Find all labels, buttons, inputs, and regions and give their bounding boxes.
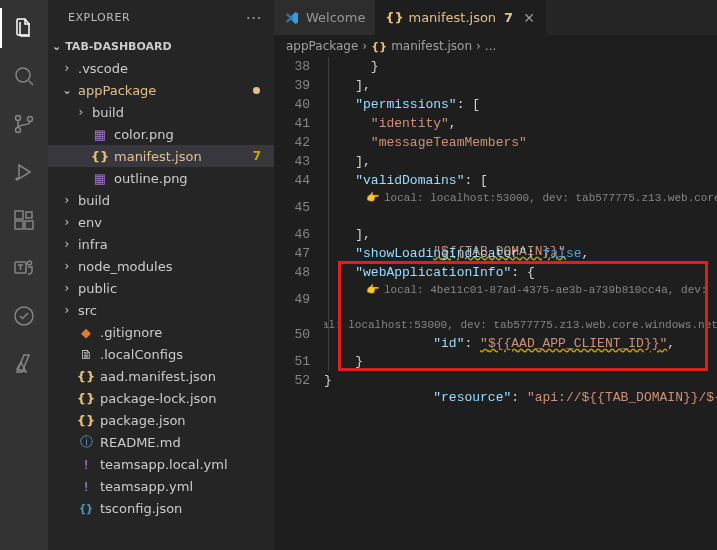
- chevron-right-icon: ›: [62, 259, 72, 273]
- svg-rect-5: [15, 211, 23, 219]
- testing-activity[interactable]: [0, 296, 48, 336]
- code-line: 👉 local: localhost:53000, dev: tab577775…: [324, 190, 717, 225]
- code-editor[interactable]: 38 39 40 41 42 43 44 45 46 47 48 49 50 5…: [274, 57, 717, 550]
- tree-file-outline-png[interactable]: ▦ outline.png: [48, 167, 274, 189]
- svg-rect-7: [25, 221, 33, 229]
- chevron-right-icon: ›: [62, 303, 72, 317]
- tree-file-gitignore[interactable]: ◆ .gitignore: [48, 321, 274, 343]
- svg-point-2: [16, 128, 21, 133]
- json-icon: {}: [92, 148, 108, 164]
- editor-tabs: Welcome {} manifest.json 7 ✕: [274, 0, 717, 35]
- yaml-icon: !: [78, 478, 94, 494]
- run-debug-activity[interactable]: [0, 152, 48, 192]
- source-control-activity[interactable]: [0, 104, 48, 144]
- azure-icon: [12, 352, 36, 376]
- breadcrumb[interactable]: appPackage › {} manifest.json › ...: [274, 35, 717, 57]
- inline-hint: local: localhost:53000, dev: tab577775.z…: [324, 317, 717, 333]
- pointer-icon: 👉: [366, 189, 380, 208]
- extensions-icon: [12, 208, 36, 232]
- problems-badge: 7: [248, 147, 266, 165]
- tree-folder-vscode[interactable]: › .vscode: [48, 57, 274, 79]
- code-line: 👉 local: localhost:53000, dev: tab577775…: [324, 317, 717, 352]
- code-line: 👉 local: 4be11c01-87ad-4375-ae3b-a739b81…: [324, 282, 717, 317]
- more-icon[interactable]: ⋯: [245, 8, 262, 27]
- activity-bar: [0, 0, 48, 550]
- teams-activity[interactable]: [0, 248, 48, 288]
- code-line: }: [324, 352, 717, 371]
- tree-file-localconfigs[interactable]: 🗎 .localConfigs: [48, 343, 274, 365]
- file-icon: 🗎: [78, 346, 94, 362]
- code-line: "webApplicationInfo": {: [324, 263, 717, 282]
- code-line: }: [324, 371, 717, 390]
- tree-file-package-lock[interactable]: {} package-lock.json: [48, 387, 274, 409]
- branch-icon: [12, 112, 36, 136]
- git-icon: ◆: [78, 324, 94, 340]
- tab-welcome[interactable]: Welcome: [274, 0, 376, 35]
- json-icon: {}: [371, 38, 387, 54]
- inline-hint: 👉 local: 4be11c01-87ad-4375-ae3b-a739b81…: [366, 282, 714, 298]
- azure-activity[interactable]: [0, 344, 48, 384]
- explorer-title: EXPLORER: [68, 11, 130, 24]
- tree-file-readme[interactable]: ⓘ README.md: [48, 431, 274, 453]
- editor-group: Welcome {} manifest.json 7 ✕ appPackage …: [274, 0, 717, 550]
- chevron-down-icon: ⌄: [62, 83, 72, 97]
- svg-point-10: [28, 261, 32, 265]
- chevron-right-icon: ›: [62, 193, 72, 207]
- svg-rect-6: [15, 221, 23, 229]
- chevron-right-icon: ›: [62, 61, 72, 75]
- file-tree[interactable]: › .vscode ⌄ appPackage › build ▦ color.p…: [48, 57, 274, 550]
- chevron-right-icon: ›: [62, 237, 72, 251]
- svg-rect-8: [26, 212, 32, 218]
- explorer-header: EXPLORER ⋯: [48, 0, 274, 35]
- workspace-folder-name: TAB-DASHBOARD: [65, 40, 171, 53]
- chevron-right-icon: ›: [76, 105, 86, 119]
- svg-point-0: [16, 68, 30, 82]
- code-line: "validDomains": [: [324, 171, 717, 190]
- tree-file-color-png[interactable]: ▦ color.png: [48, 123, 274, 145]
- debug-icon: [12, 160, 36, 184]
- code-line: }: [324, 57, 717, 76]
- code-line: ],: [324, 225, 717, 244]
- workspace-folder-header[interactable]: ⌄ TAB-DASHBOARD: [48, 35, 274, 57]
- search-activity[interactable]: [0, 56, 48, 96]
- explorer-activity[interactable]: [0, 8, 48, 48]
- tree-folder-node-modules[interactable]: › node_modules: [48, 255, 274, 277]
- tree-folder-build[interactable]: › build: [48, 189, 274, 211]
- svg-point-1: [16, 116, 21, 121]
- vscode-icon: [284, 10, 300, 26]
- teams-icon: [12, 256, 36, 280]
- extensions-activity[interactable]: [0, 200, 48, 240]
- problems-badge: 7: [502, 10, 513, 25]
- chevron-right-icon: ›: [362, 39, 367, 53]
- tree-folder-apppackage-build[interactable]: › build: [48, 101, 274, 123]
- tree-folder-src[interactable]: › src: [48, 299, 274, 321]
- tree-file-aad-manifest[interactable]: {} aad.manifest.json: [48, 365, 274, 387]
- tree-file-teamsapp-local[interactable]: ! teamsapp.local.yml: [48, 453, 274, 475]
- svg-point-3: [28, 117, 33, 122]
- chevron-down-icon: ⌄: [52, 40, 61, 53]
- tree-file-manifest-json[interactable]: {} manifest.json 7: [48, 145, 274, 167]
- chevron-right-icon: ›: [62, 281, 72, 295]
- code-line: "messageTeamMembers": [324, 133, 717, 152]
- line-gutter: 38 39 40 41 42 43 44 45 46 47 48 49 50 5…: [274, 57, 324, 550]
- json-icon: {}: [386, 10, 402, 26]
- image-icon: ▦: [92, 126, 108, 142]
- explorer-sidebar: EXPLORER ⋯ ⌄ TAB-DASHBOARD › .vscode ⌄ a…: [48, 0, 274, 550]
- code-line: "showLoadingIndicator": false,: [324, 244, 717, 263]
- tree-folder-apppackage[interactable]: ⌄ appPackage: [48, 79, 274, 101]
- svg-point-4: [16, 178, 18, 180]
- tree-file-tsconfig[interactable]: {} tsconfig.json: [48, 497, 274, 519]
- tree-file-package-json[interactable]: {} package.json: [48, 409, 274, 431]
- tab-manifest-json[interactable]: {} manifest.json 7 ✕: [376, 0, 545, 35]
- code-line: "identity",: [324, 114, 717, 133]
- tree-folder-public[interactable]: › public: [48, 277, 274, 299]
- tree-folder-infra[interactable]: › infra: [48, 233, 274, 255]
- inline-hint: 👉 local: localhost:53000, dev: tab577775…: [366, 190, 717, 206]
- yaml-icon: !: [78, 456, 94, 472]
- tree-file-teamsapp[interactable]: ! teamsapp.yml: [48, 475, 274, 497]
- close-icon[interactable]: ✕: [519, 10, 535, 26]
- json-icon: {}: [78, 368, 94, 384]
- chevron-right-icon: ›: [476, 39, 481, 53]
- tree-folder-env[interactable]: › env: [48, 211, 274, 233]
- code-content[interactable]: } ], "permissions": [ "identity", "messa…: [324, 57, 717, 550]
